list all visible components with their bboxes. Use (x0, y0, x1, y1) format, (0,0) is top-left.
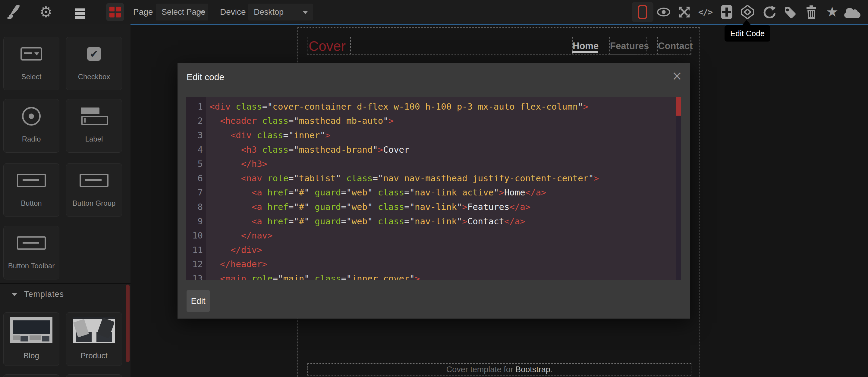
page-label: Page (133, 0, 153, 24)
line-number: 13 (186, 273, 206, 280)
button-group-icon (80, 174, 108, 187)
line-number: 7 (186, 187, 206, 198)
button-toolbar-icon (17, 236, 46, 250)
caret-down-icon (11, 293, 18, 296)
component-item-select[interactable]: Select (3, 37, 59, 90)
edit-button[interactable]: Edit (187, 290, 210, 312)
trash-icon[interactable] (806, 5, 817, 19)
code-line[interactable]: 4 <h3 class="masthead-brand">Cover (186, 142, 676, 157)
line-number: 2 (186, 116, 206, 126)
code-line[interactable]: 12 </header> (186, 257, 676, 272)
code-line-content: <header class="masthead mb-auto"> (206, 116, 394, 126)
bootstrap-link[interactable]: Bootstrap (516, 365, 550, 374)
code-line[interactable]: 11 </div> (186, 243, 676, 257)
nav-link-features[interactable]: Features (610, 37, 647, 55)
label-icon (80, 107, 108, 125)
footer-period: . (550, 365, 553, 374)
mobile-frame-icon[interactable] (632, 2, 653, 22)
device-label: Device (220, 0, 246, 24)
edit-code-modal: Edit code × 1<div class="cover-container… (178, 63, 690, 318)
grid-square (110, 13, 115, 18)
line-number: 8 (186, 202, 206, 212)
chevron-down-icon (303, 11, 308, 14)
template-item-clipped[interactable] (66, 374, 122, 377)
menu-icon[interactable] (75, 7, 85, 20)
eye-icon[interactable] (657, 7, 671, 16)
editor-scrollbar-thumb[interactable] (676, 97, 681, 116)
line-number: 9 (186, 216, 206, 227)
add-plus-icon[interactable] (721, 5, 733, 19)
codepen-icon[interactable] (741, 4, 754, 20)
code-line[interactable]: 7 <a href="#" guard="web" class="nav-lin… (186, 185, 676, 200)
component-item-button-group[interactable]: Button Group (66, 163, 122, 217)
gear-icon[interactable]: ⚙ (39, 0, 53, 24)
code-lines: 1<div class="cover-container d-flex w-10… (186, 99, 676, 280)
code-line[interactable]: 10 </nav> (186, 228, 676, 243)
tag-icon[interactable] (784, 6, 796, 19)
brand-box[interactable]: Cover (307, 37, 351, 55)
close-icon[interactable]: × (672, 68, 682, 83)
code-line-content: <a href="#" guard="web" class="nav-link"… (206, 216, 525, 227)
component-label: Button Toolbar (4, 262, 59, 270)
code-line[interactable]: 3 <div class="inner"> (186, 128, 676, 142)
component-item-button-toolbar[interactable]: Button Toolbar (3, 226, 59, 279)
device-select-value: Desktop (254, 7, 284, 16)
components-grid-icon[interactable] (106, 3, 124, 21)
chevron-down-icon (198, 11, 204, 14)
cloud-icon[interactable] (844, 12, 861, 18)
code-line-content: <nav role="tablist" class="nav nav-masth… (206, 173, 599, 183)
component-label: Button Group (66, 199, 122, 207)
code-icon[interactable]: </> (695, 0, 715, 24)
tooltip-arrow (742, 20, 751, 25)
component-item-checkbox[interactable]: Checkbox (66, 37, 122, 90)
code-line[interactable]: 8 <a href="#" guard="web" class="nav-lin… (186, 200, 676, 214)
code-line[interactable]: 5 </h3> (186, 157, 676, 171)
select-icon (21, 47, 42, 61)
code-line[interactable]: 13 <main role="main" class="inner cover"… (186, 271, 676, 280)
mobile-frame-outline (638, 5, 647, 19)
templates-section-header[interactable]: Templates (0, 284, 130, 305)
code-line-content: </nav> (206, 230, 273, 241)
sidebar-scrollbar-thumb[interactable] (126, 284, 130, 362)
code-line-content: </header> (206, 259, 267, 269)
code-line[interactable]: 1<div class="cover-container d-flex w-10… (186, 99, 676, 114)
code-line[interactable]: 2 <header class="masthead mb-auto"> (186, 114, 676, 128)
component-item-radio[interactable]: Radio (3, 99, 59, 153)
template-item-blog[interactable]: Blog (3, 312, 59, 366)
nav-link-contact[interactable]: Contact (657, 37, 691, 55)
star-icon[interactable]: ★ (824, 0, 840, 24)
template-item-product[interactable]: Product (66, 312, 122, 366)
footer-text: Cover template for (446, 365, 516, 374)
code-line-content: <h3 class="masthead-brand">Cover (206, 144, 410, 155)
page-select-dropdown[interactable]: Select Page (156, 4, 208, 21)
reload-icon[interactable] (763, 6, 776, 19)
active-nav-underline (572, 51, 598, 53)
line-number: 3 (186, 130, 206, 140)
component-item-label[interactable]: Label (66, 99, 122, 153)
modal-title: Edit code (187, 72, 224, 82)
editor-scrollbar-track[interactable] (676, 97, 681, 280)
code-line-content: </h3> (206, 159, 267, 169)
component-item-button[interactable]: Button (3, 163, 59, 217)
component-label: Button (4, 199, 59, 207)
code-line-content: <a href="#" guard="web" class="nav-link"… (206, 202, 530, 212)
grid-square (110, 7, 115, 11)
template-label: Blog (4, 351, 59, 361)
template-item-clipped[interactable] (3, 374, 59, 377)
line-number: 5 (186, 159, 206, 169)
template-label: Product (66, 351, 122, 361)
blog-thumbnail (10, 317, 53, 343)
device-select-dropdown[interactable]: Desktop (248, 4, 313, 21)
grid-square (116, 13, 121, 18)
expand-icon[interactable] (678, 6, 690, 18)
brush-icon[interactable] (6, 4, 22, 20)
cover-footer-box[interactable]: Cover template for Bootstrap. (307, 363, 691, 376)
code-line-content: <div class="cover-container d-flex w-100… (206, 101, 588, 112)
line-number: 12 (186, 259, 206, 269)
code-line[interactable]: 9 <a href="#" guard="web" class="nav-lin… (186, 214, 676, 229)
code-editor[interactable]: 1<div class="cover-container d-flex w-10… (186, 97, 681, 280)
component-label: Checkbox (66, 73, 122, 81)
radio-icon (22, 107, 41, 126)
code-line[interactable]: 6 <nav role="tablist" class="nav nav-mas… (186, 171, 676, 185)
code-line-content: </div> (206, 245, 262, 255)
